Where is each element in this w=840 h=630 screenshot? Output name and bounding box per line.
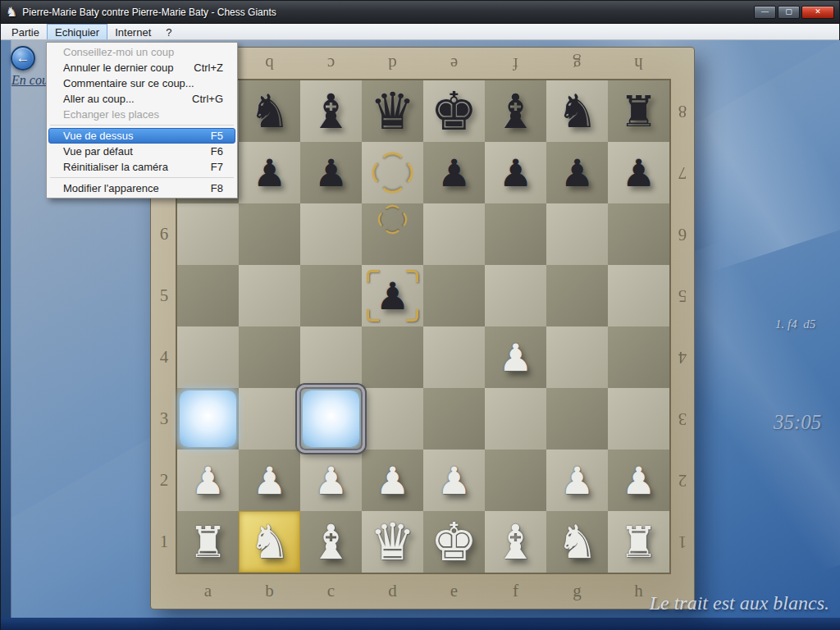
rank-label-right-6: 6 bbox=[671, 203, 694, 265]
square-f3[interactable] bbox=[485, 388, 546, 450]
piece-black-knight-b8[interactable]: ♞ bbox=[239, 80, 300, 142]
piece-black-knight-g8[interactable]: ♞ bbox=[546, 80, 608, 142]
square-h5[interactable] bbox=[608, 265, 669, 326]
menu-item-commentaire-sur-ce-coup[interactable]: Commentaire sur ce coup... bbox=[48, 75, 235, 91]
gold-corner-icon bbox=[406, 270, 418, 282]
piece-white-queen-d1[interactable]: ♛ bbox=[362, 511, 423, 573]
piece-black-pawn-f7[interactable]: ♟ bbox=[485, 142, 546, 203]
menubar-item-partie[interactable]: Partie bbox=[4, 24, 47, 39]
square-d3[interactable] bbox=[362, 388, 423, 450]
piece-white-rook-a1[interactable]: ♜ bbox=[177, 511, 239, 573]
square-d4[interactable] bbox=[362, 326, 423, 388]
piece-white-king-e1[interactable]: ♚ bbox=[423, 511, 485, 573]
piece-black-rook-h8[interactable]: ♜ bbox=[608, 80, 669, 142]
piece-white-knight-g1[interactable]: ♞ bbox=[546, 511, 608, 573]
menu-item-reinitialiser-la-camera[interactable]: Réinitialiser la caméraF7 bbox=[48, 159, 235, 175]
menu-item-vue-de-dessus[interactable]: Vue de dessusF5 bbox=[48, 128, 235, 144]
square-h3[interactable] bbox=[608, 388, 669, 450]
menu-item-vue-par-defaut[interactable]: Vue par défautF6 bbox=[48, 144, 235, 159]
piece-white-rook-h1[interactable]: ♜ bbox=[608, 511, 669, 573]
piece-white-pawn-e2[interactable]: ♟ bbox=[423, 450, 485, 511]
square-a5[interactable] bbox=[177, 265, 239, 326]
square-f6[interactable] bbox=[485, 203, 546, 265]
menu-item-aller-au-coup[interactable]: Aller au coup...Ctrl+G bbox=[48, 91, 235, 107]
piece-black-pawn-g7[interactable]: ♟ bbox=[546, 142, 608, 203]
menubar-item-internet[interactable]: Internet bbox=[107, 24, 158, 39]
piece-black-bishop-c8[interactable]: ♝ bbox=[300, 80, 362, 142]
move-list: 1. f4 d5 bbox=[775, 317, 815, 331]
piece-black-bishop-f8[interactable]: ♝ bbox=[485, 80, 546, 142]
menu-item-label: Réinitialiser la caméra bbox=[63, 161, 168, 173]
square-a4[interactable] bbox=[177, 326, 239, 388]
file-label-top-g: g bbox=[546, 50, 608, 78]
menu-item-label: Modifier l'apparence bbox=[63, 182, 159, 194]
square-e4[interactable] bbox=[423, 326, 485, 388]
menubar-item-help[interactable]: ? bbox=[158, 24, 179, 39]
title-bar[interactable]: ♞ Pierre-Marie Baty contre Pierre-Marie … bbox=[1, 1, 839, 24]
square-e5[interactable] bbox=[423, 265, 485, 326]
square-f2[interactable] bbox=[485, 450, 546, 511]
piece-white-bishop-f1[interactable]: ♝ bbox=[485, 511, 546, 573]
square-e6[interactable] bbox=[423, 203, 485, 265]
menubar-item-echiquier[interactable]: Echiquier bbox=[47, 24, 107, 39]
piece-black-pawn-b7[interactable]: ♟ bbox=[239, 142, 300, 203]
menu-item-shortcut: F6 bbox=[211, 145, 223, 158]
square-g4[interactable] bbox=[546, 326, 608, 388]
close-button[interactable]: ✕ bbox=[801, 6, 834, 19]
game-clock: 35:05 bbox=[774, 411, 821, 434]
menu-item-modifier-l-apparence[interactable]: Modifier l'apparenceF8 bbox=[48, 180, 235, 196]
square-c6[interactable] bbox=[300, 203, 362, 265]
piece-white-pawn-c2[interactable]: ♟ bbox=[300, 450, 362, 511]
square-c4[interactable] bbox=[300, 326, 362, 388]
menu-item-annuler-le-dernier-coup[interactable]: Annuler le dernier coupCtrl+Z bbox=[48, 60, 235, 75]
minimize-button[interactable]: — bbox=[754, 6, 776, 19]
square-g6[interactable] bbox=[546, 203, 608, 265]
piece-black-queen-d8[interactable]: ♛ bbox=[362, 80, 423, 142]
file-label-bottom-c: c bbox=[300, 574, 362, 607]
board-squares: ♜♞♝♛♚♝♞♜♟♟♟♟♟♟♟♟♟♟♟♟♟♟♟♟♜♞♝♛♚♝♞♜ bbox=[177, 80, 669, 573]
square-e3[interactable] bbox=[423, 388, 485, 450]
rank-label-right-3: 3 bbox=[671, 388, 694, 450]
file-label-top-h: h bbox=[608, 50, 669, 78]
square-h6[interactable] bbox=[608, 203, 669, 265]
file-label-top-f: f bbox=[485, 50, 546, 78]
square-b3[interactable] bbox=[239, 388, 300, 450]
square-b4[interactable] bbox=[239, 326, 300, 388]
piece-white-pawn-b2[interactable]: ♟ bbox=[239, 450, 300, 511]
square-f5[interactable] bbox=[485, 265, 546, 326]
piece-black-pawn-e7[interactable]: ♟ bbox=[423, 142, 485, 203]
app-icon: ♞ bbox=[6, 4, 17, 20]
file-label-bottom-f: f bbox=[485, 574, 546, 607]
piece-white-bishop-c1[interactable]: ♝ bbox=[300, 511, 362, 573]
rank-label-left-1: 1 bbox=[153, 511, 176, 573]
menu-item-shortcut: F8 bbox=[211, 182, 223, 194]
gold-petal-icon bbox=[386, 224, 399, 238]
piece-black-pawn-c7[interactable]: ♟ bbox=[300, 142, 362, 203]
file-label-bottom-g: g bbox=[546, 574, 608, 607]
file-label-bottom-d: d bbox=[362, 574, 423, 607]
piece-white-pawn-h2[interactable]: ♟ bbox=[608, 450, 669, 511]
piece-white-pawn-g2[interactable]: ♟ bbox=[546, 450, 608, 511]
square-a6[interactable] bbox=[177, 203, 239, 265]
square-c5[interactable] bbox=[300, 265, 362, 326]
rank-label-right-5: 5 bbox=[671, 265, 694, 326]
piece-white-pawn-d2[interactable]: ♟ bbox=[362, 450, 423, 511]
piece-black-king-e8[interactable]: ♚ bbox=[423, 80, 485, 142]
rank-label-left-5: 5 bbox=[153, 265, 176, 326]
square-b5[interactable] bbox=[239, 265, 300, 326]
menu-separator bbox=[50, 177, 234, 178]
square-h4[interactable] bbox=[608, 326, 669, 388]
maximize-button[interactable]: ▢ bbox=[778, 6, 800, 19]
rank-label-right-8: 8 bbox=[671, 80, 694, 142]
piece-black-pawn-h7[interactable]: ♟ bbox=[608, 142, 669, 203]
menu-item-label: Vue de dessus bbox=[63, 130, 134, 142]
square-b6[interactable] bbox=[239, 203, 300, 265]
piece-white-knight-b1[interactable]: ♞ bbox=[239, 511, 300, 573]
square-g5[interactable] bbox=[546, 265, 608, 326]
square-g3[interactable] bbox=[546, 388, 608, 450]
desktop-area: ♜♞♝♛♚♝♞♜♟♟♟♟♟♟♟♟♟♟♟♟♟♟♟♟♜♞♝♛♚♝♞♜ aabbccd… bbox=[1, 40, 840, 630]
rank-label-left-4: 4 bbox=[153, 326, 176, 388]
piece-white-pawn-a2[interactable]: ♟ bbox=[177, 450, 239, 511]
piece-white-pawn-f4[interactable]: ♟ bbox=[485, 326, 546, 388]
back-button[interactable]: ← bbox=[11, 46, 35, 71]
